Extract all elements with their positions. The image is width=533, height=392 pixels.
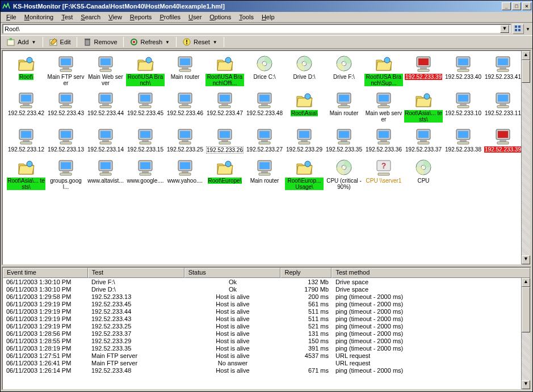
host-item[interactable]: Root\ xyxy=(6,53,46,90)
host-item[interactable]: 192.52.233.41 xyxy=(483,53,523,90)
menu-tools[interactable]: Tools xyxy=(236,13,257,21)
refresh-dropdown[interactable]: ▼ xyxy=(165,40,170,45)
scroll-down-button[interactable]: ▼ xyxy=(522,255,530,264)
menu-search[interactable]: Search xyxy=(77,13,104,21)
menu-monitoring[interactable]: Monitoring xyxy=(21,13,57,21)
scroll-down-button[interactable]: ▼ xyxy=(522,380,530,389)
icon-scrollbar[interactable]: ▲ ▼ xyxy=(521,51,530,264)
host-item[interactable]: www.altavist... xyxy=(86,157,125,193)
log-row[interactable]: 06/11/2003 1:29:19 PM192.52.233.45Host i… xyxy=(3,300,530,307)
menu-profiles[interactable]: Profiles xyxy=(156,13,184,21)
host-item[interactable]: 192.52.233.14 xyxy=(86,126,125,157)
host-item[interactable]: 192.52.233.48 xyxy=(245,90,284,126)
log-row[interactable]: 06/11/2003 1:26:14 PM192.52.233.48Host i… xyxy=(3,366,530,374)
log-body[interactable]: 06/11/2003 1:30:10 PMDrive F:\Ok132 MbDr… xyxy=(3,278,530,389)
host-item[interactable]: 192.52.233.40 xyxy=(443,53,483,90)
minimize-button[interactable]: _ xyxy=(502,2,511,10)
host-item[interactable]: groups.googl... xyxy=(46,157,86,193)
path-combo[interactable]: Root\ ▼ xyxy=(2,24,511,34)
log-row[interactable]: 06/11/2003 1:29:19 PM192.52.233.43Host i… xyxy=(3,315,530,322)
log-col-status[interactable]: Status xyxy=(184,268,281,278)
scroll-up-button[interactable]: ▲ xyxy=(522,278,530,287)
scroll-track[interactable] xyxy=(522,332,530,380)
host-item[interactable]: 192.52.233.39 xyxy=(404,53,443,90)
host-item[interactable]: Root\Europ... Usage\ xyxy=(284,157,324,193)
scroll-up-button[interactable]: ▲ xyxy=(522,51,530,60)
refresh-button[interactable]: Refresh ▼ xyxy=(126,36,174,48)
log-row[interactable]: 06/11/2003 1:28:19 PM192.52.233.35Host i… xyxy=(3,344,530,352)
host-item[interactable]: 192.52.233.27 xyxy=(245,126,284,157)
log-row[interactable]: 06/11/2003 1:28:55 PM192.52.233.29Host i… xyxy=(3,337,530,344)
log-row[interactable]: 06/11/2003 1:29:58 PM192.52.233.13Host i… xyxy=(3,293,530,300)
view-mode-button[interactable] xyxy=(513,24,524,34)
log-col-event-time[interactable]: Event time xyxy=(3,268,88,278)
maximize-button[interactable]: □ xyxy=(512,2,521,10)
host-item[interactable]: 192.52.233.15 xyxy=(125,126,165,157)
log-row[interactable]: 06/11/2003 1:28:56 PM192.52.233.37Host i… xyxy=(3,330,530,337)
scroll-thumb[interactable] xyxy=(522,60,530,83)
host-item[interactable]: Root\Asia\... tests\ xyxy=(404,90,443,126)
log-row[interactable]: 06/11/2003 1:26:41 PMMain FTP serverNo a… xyxy=(3,359,530,366)
menu-file[interactable]: File xyxy=(3,13,20,21)
host-item[interactable]: 192.52.233.36 xyxy=(364,126,404,157)
icon-area[interactable]: Root\Main FTP serverMain Web serverRoot\… xyxy=(2,50,531,265)
host-item[interactable]: Drive D:\ xyxy=(284,53,324,90)
menu-reports[interactable]: Reports xyxy=(127,13,156,21)
host-item[interactable]: 192.52.233.12 xyxy=(6,126,46,157)
host-item[interactable]: Root\USA Branch\ xyxy=(125,53,165,90)
edit-button[interactable]: Edit xyxy=(45,36,74,48)
host-item[interactable]: Root\Asia\ xyxy=(284,90,324,126)
add-button[interactable]: Add ▼ xyxy=(3,36,40,48)
host-item[interactable]: 192.52.233.43 xyxy=(46,90,86,126)
host-item[interactable]: 192.52.233.45 xyxy=(125,90,165,126)
log-col-reply[interactable]: Reply xyxy=(280,268,331,278)
log-row[interactable]: 06/11/2003 1:30:10 PMDrive D:\Ok1790 MbD… xyxy=(3,285,530,293)
view-dropdown[interactable]: ▼ xyxy=(525,27,531,32)
log-row[interactable]: 06/11/2003 1:29:19 PM192.52.233.25Host i… xyxy=(3,322,530,330)
log-row[interactable]: 06/11/2003 1:29:19 PM192.52.233.44Host i… xyxy=(3,307,530,315)
host-item[interactable]: www.yahoo.... xyxy=(165,157,205,193)
host-item[interactable]: 192.52.233.11 xyxy=(483,90,523,126)
host-item[interactable]: Root\USA Branch\Sup... xyxy=(364,53,404,90)
host-item[interactable]: 192.52.233.35 xyxy=(324,126,364,157)
host-item[interactable]: Main web server xyxy=(364,90,404,126)
path-dropdown-button[interactable]: ▼ xyxy=(500,25,509,33)
host-item[interactable]: Root\USA Branch\Offi... xyxy=(205,53,245,90)
host-item[interactable]: 192.52.233.39 xyxy=(483,126,523,157)
menu-test[interactable]: Test xyxy=(58,13,76,21)
host-item[interactable]: www.google.... xyxy=(125,157,165,193)
host-item[interactable]: Main router xyxy=(245,157,284,193)
host-item[interactable]: Main Web server xyxy=(86,53,125,90)
reset-dropdown[interactable]: ▼ xyxy=(212,40,218,45)
menu-help[interactable]: Help xyxy=(258,13,278,21)
host-item[interactable]: 192.52.233.47 xyxy=(205,90,245,126)
host-item[interactable]: Root\Europe\ xyxy=(205,157,245,193)
close-button[interactable]: × xyxy=(522,2,531,10)
host-item[interactable]: Main router xyxy=(165,53,205,90)
host-item[interactable]: 192.52.233.10 xyxy=(443,90,483,126)
log-col-test[interactable]: Test xyxy=(88,268,184,278)
log-row[interactable]: 06/11/2003 1:27:51 PMMain FTP serverHost… xyxy=(3,352,530,359)
host-item[interactable]: Main FTP server xyxy=(46,53,86,90)
log-col-test-method[interactable]: Test method xyxy=(331,268,530,278)
host-item[interactable]: 192.52.233.46 xyxy=(165,90,205,126)
host-item[interactable]: Root\Asia\... tests\ xyxy=(6,157,46,193)
host-item[interactable]: Drice C:\ xyxy=(245,53,284,90)
reset-button[interactable]: Reset ▼ xyxy=(179,36,221,48)
log-scrollbar[interactable]: ▲ ▼ xyxy=(521,278,530,389)
host-item[interactable]: CPU (critical - 90%) xyxy=(324,157,364,193)
menu-view[interactable]: View xyxy=(105,13,125,21)
host-item[interactable]: 192.52.233.25 xyxy=(165,126,205,157)
remove-button[interactable]: Remove xyxy=(79,36,121,48)
host-item[interactable]: CPU xyxy=(404,157,443,193)
scroll-thumb[interactable] xyxy=(522,287,530,332)
host-item[interactable]: CPU \\server1 xyxy=(364,157,404,193)
host-item[interactable]: Main router xyxy=(324,90,364,126)
menu-options[interactable]: Options xyxy=(206,13,234,21)
scroll-track[interactable] xyxy=(522,83,530,255)
host-item[interactable]: Drive F:\ xyxy=(324,53,364,90)
host-item[interactable]: 192.52.233.37 xyxy=(404,126,443,157)
host-item[interactable]: 192.52.233.42 xyxy=(6,90,46,126)
log-row[interactable]: 06/11/2003 1:30:10 PMDrive F:\Ok132 MbDr… xyxy=(3,278,530,285)
menu-user[interactable]: User xyxy=(185,13,205,21)
